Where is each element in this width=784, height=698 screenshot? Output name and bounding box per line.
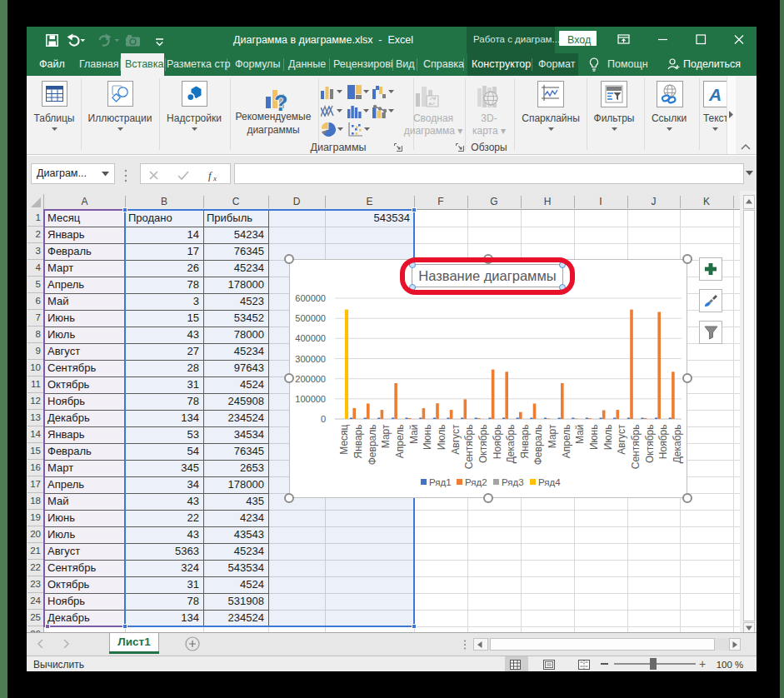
svg-text:300000: 300000: [295, 354, 326, 364]
svg-text:200000: 200000: [295, 374, 326, 384]
svg-text:Сентябрь: Сентябрь: [463, 425, 475, 470]
svg-text:400000: 400000: [295, 333, 326, 343]
svg-text:Февраль: Февраль: [532, 425, 544, 466]
svg-text:Октябрь: Октябрь: [644, 425, 656, 464]
svg-text:Октябрь: Октябрь: [477, 425, 489, 464]
svg-text:Март: Март: [547, 424, 558, 448]
svg-text:Май: Май: [574, 425, 586, 445]
svg-text:Июнь: Июнь: [588, 425, 600, 451]
svg-text:Январь: Январь: [352, 425, 364, 459]
svg-text:0: 0: [321, 414, 326, 424]
svg-text:x: x: [212, 174, 217, 182]
svg-text:Декабрь: Декабрь: [505, 425, 517, 464]
svg-text:Ряд1: Ряд1: [429, 477, 452, 487]
svg-text:Март: Март: [380, 424, 392, 448]
svg-text:Апрель: Апрель: [561, 425, 572, 459]
svg-text:Апрель: Апрель: [394, 425, 406, 459]
svg-text:Февраль: Февраль: [367, 425, 378, 466]
svg-text:Сентябрь: Сентябрь: [630, 425, 642, 470]
svg-text:Ряд3: Ряд3: [502, 477, 524, 487]
svg-text:Июль: Июль: [602, 425, 614, 451]
svg-text:Август: Август: [450, 424, 462, 455]
svg-text:600000: 600000: [295, 293, 326, 303]
svg-text:?: ?: [274, 91, 288, 112]
svg-text:Август: Август: [616, 424, 627, 455]
svg-text:Июнь: Июнь: [422, 425, 433, 451]
svg-text:Ряд4: Ряд4: [538, 477, 561, 487]
svg-text:Январь: Январь: [519, 425, 531, 459]
svg-text:Июль: Июль: [436, 425, 447, 451]
svg-text:Ряд2: Ряд2: [465, 477, 487, 487]
svg-text:Декабрь: Декабрь: [672, 425, 683, 464]
svg-text:100000: 100000: [295, 394, 326, 404]
svg-text:Месяц: Месяц: [338, 424, 350, 454]
svg-text:Май: Май: [408, 425, 420, 445]
svg-text:Ноябрь: Ноябрь: [657, 425, 669, 460]
svg-text:Ноябрь: Ноябрь: [492, 425, 503, 460]
svg-text:500000: 500000: [295, 313, 326, 323]
